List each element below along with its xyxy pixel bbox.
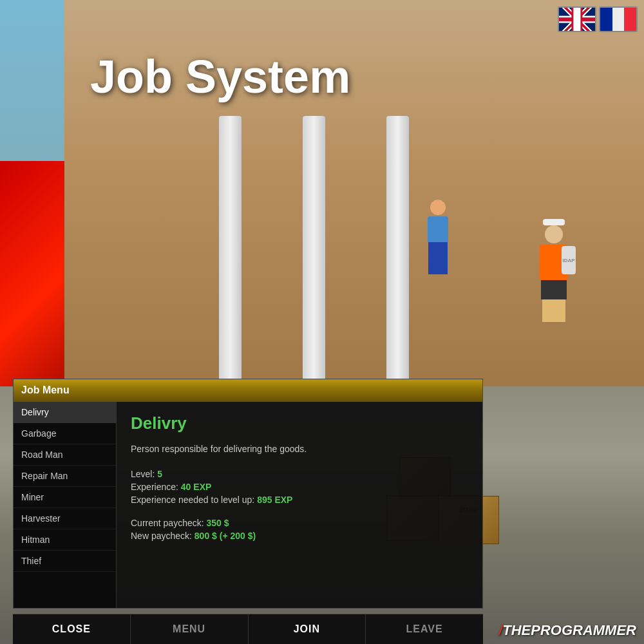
job-menu-panel: Job Menu Delivry Garbage Road Man Repair…: [13, 379, 483, 609]
pillar-left: [219, 116, 242, 386]
page-title: Job System: [90, 52, 350, 102]
job-paycheck: Current paycheck: 350 $ New paycheck: 80…: [131, 518, 468, 541]
level-stat: Level: 5: [131, 469, 468, 479]
person-1: [425, 200, 451, 277]
level-label: Level:: [131, 469, 155, 479]
job-detail: Delivry Person responsible for deliverin…: [117, 402, 482, 608]
job-item-road-man[interactable]: Road Man: [14, 444, 116, 466]
current-paycheck-value: 350 $: [207, 518, 229, 528]
person-2: IDAP: [535, 219, 573, 322]
experience-value: 40 EXP: [181, 482, 211, 492]
pillar-center: [303, 116, 325, 386]
new-paycheck-value: 800 $ (+ 200 $): [194, 531, 256, 541]
exp-needed-value: 895 EXP: [257, 495, 292, 505]
pillar-right: [386, 116, 409, 386]
exp-needed-label: Experience needed to level up:: [131, 495, 254, 505]
flag-uk[interactable]: [558, 6, 596, 32]
job-menu-title: Job Menu: [14, 379, 482, 402]
job-item-harvester[interactable]: Harvester: [14, 508, 116, 529]
job-item-delivry[interactable]: Delivry: [14, 402, 116, 423]
menu-button[interactable]: MENU: [131, 614, 249, 644]
new-paycheck-label: New paycheck:: [131, 531, 192, 541]
new-paycheck: New paycheck: 800 $ (+ 200 $): [131, 531, 468, 541]
job-item-miner[interactable]: Miner: [14, 487, 116, 508]
job-item-repair-man[interactable]: Repair Man: [14, 466, 116, 487]
job-item-hitman[interactable]: Hitman: [14, 529, 116, 551]
watermark-text: THEPROGRAMMER: [502, 622, 636, 638]
experience-stat: Experience: 40 EXP: [131, 482, 468, 492]
level-value: 5: [157, 469, 162, 479]
close-button[interactable]: CLOSE: [13, 614, 131, 644]
job-detail-description: Person responsible for delivering the go…: [131, 442, 468, 456]
experience-label: Experience:: [131, 482, 178, 492]
flags-container: [558, 6, 638, 32]
current-paycheck-label: Current paycheck:: [131, 518, 204, 528]
join-button[interactable]: JOIN: [249, 614, 366, 644]
job-item-thief[interactable]: Thief: [14, 551, 116, 572]
current-paycheck: Current paycheck: 350 $: [131, 518, 468, 528]
job-list: Delivry Garbage Road Man Repair Man Mine…: [14, 402, 117, 608]
watermark: /THEPROGRAMMER: [498, 622, 636, 639]
flag-fr[interactable]: [599, 6, 638, 32]
leave-button[interactable]: LEAVE: [366, 614, 483, 644]
job-menu-body: Delivry Garbage Road Man Repair Man Mine…: [14, 402, 482, 608]
job-detail-title: Delivry: [131, 413, 468, 433]
job-item-garbage[interactable]: Garbage: [14, 423, 116, 444]
job-stats: Level: 5 Experience: 40 EXP Experience n…: [131, 469, 468, 505]
action-bar: CLOSE MENU JOIN LEAVE: [13, 614, 483, 644]
exp-needed-stat: Experience needed to level up: 895 EXP: [131, 495, 468, 505]
